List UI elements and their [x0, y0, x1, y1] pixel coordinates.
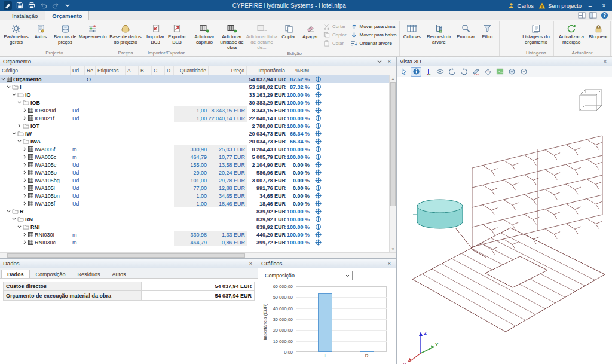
scrollbar-thumb[interactable] — [7, 253, 245, 258]
apagar-button[interactable]: Apagar — [299, 21, 321, 50]
listagens-orcamento-button[interactable]: Listagens do orçamento — [520, 21, 552, 50]
user-account[interactable]: Carlos — [507, 1, 534, 10]
orbit-left-icon[interactable] — [446, 67, 457, 77]
bim-sync-icon[interactable] — [311, 215, 325, 223]
actualizar-medicao-button[interactable]: Actualizar a medição — [555, 21, 587, 50]
horizontal-scrollbar[interactable] — [0, 252, 396, 258]
bim-sync-icon[interactable] — [311, 75, 325, 83]
bim-sync-icon[interactable] — [311, 83, 325, 91]
save-icon[interactable] — [15, 1, 24, 10]
table-row[interactable]: IOB30 383,29 EUR100.00 % — [0, 99, 389, 106]
bim-sync-icon[interactable] — [311, 169, 325, 176]
col-quantidade[interactable]: Quantidade — [174, 66, 209, 75]
solid-view-icon[interactable] — [506, 67, 517, 77]
collapse-icon[interactable] — [375, 58, 383, 65]
table-row[interactable]: IWA20 034,73 EUR66.34 % — [0, 137, 389, 145]
bim-sync-icon[interactable] — [311, 114, 325, 122]
table-row[interactable]: R839,92 EUR100.00 % — [0, 207, 389, 215]
print-icon[interactable] — [27, 1, 36, 10]
help-icon[interactable]: ? — [599, 11, 609, 19]
eye-icon[interactable] — [434, 67, 445, 77]
bim-sync-icon[interactable] — [311, 106, 325, 114]
bim-sync-icon[interactable] — [311, 184, 325, 192]
tab-composicao[interactable]: Composição — [30, 270, 72, 278]
col-etiquetas[interactable]: Etiquetas — [96, 66, 126, 75]
adicionar-capitulo-button[interactable]: Adicionar capítulo — [191, 21, 218, 50]
table-row[interactable]: RNI839,92 EUR100.00 % — [0, 223, 389, 231]
bim-sync-icon[interactable] — [311, 200, 325, 207]
chart-type-dropdown[interactable]: Composição — [262, 271, 353, 280]
bim-sync-icon[interactable] — [311, 130, 325, 137]
axes-icon[interactable] — [423, 67, 433, 77]
project-status[interactable]: Sem projecto — [537, 1, 582, 10]
table-row[interactable]: OrçamentoO...54 037,94 EUR87.52 % — [0, 75, 389, 83]
col-resumo[interactable]: Re... — [85, 66, 96, 75]
parametros-gerais-button[interactable]: Parâmetros gerais — [2, 21, 30, 50]
bim-sync-icon[interactable] — [311, 223, 325, 231]
bim-sync-icon[interactable] — [311, 192, 325, 200]
close-icon[interactable]: × — [247, 260, 255, 267]
colunas-button[interactable]: Colunas — [401, 21, 423, 50]
tab-orcamento[interactable]: Orçamento — [45, 11, 89, 20]
col-ud[interactable]: Ud — [71, 66, 85, 75]
table-row[interactable]: RNI030cm464,790,86 EUR399,72 EUR100.00 % — [0, 238, 389, 246]
autos-button[interactable]: Autos — [30, 21, 51, 50]
bim-sync-icon[interactable] — [311, 91, 325, 99]
table-row[interactable]: I53 198,02 EUR87.32 % — [0, 83, 389, 91]
table-row[interactable]: IOB020dUd1,008 343,15 EUR8 343,15 EUR100… — [0, 106, 389, 114]
mapeamento-button[interactable]: Mapeamento — [79, 21, 106, 50]
workspace-icon[interactable] — [588, 11, 598, 19]
minimize-button[interactable]: – — [585, 1, 595, 10]
wireframe-view-icon[interactable] — [518, 67, 529, 77]
tab-autos[interactable]: Autos — [106, 270, 132, 278]
bim-sync-icon[interactable] — [311, 231, 325, 238]
exportar-bc3-button[interactable]: Exportar BC3 — [166, 21, 188, 50]
info-icon[interactable] — [411, 67, 421, 77]
table-row[interactable]: IWA105oUd29,0020,24 EUR586,96 EUR0.00 % — [0, 169, 389, 176]
close-icon[interactable]: × — [385, 58, 393, 65]
view-cube[interactable] — [580, 90, 602, 111]
section-plane-icon[interactable] — [470, 67, 481, 77]
table-row[interactable]: IWA005fm330,9825,03 EUR8 284,43 EUR100.0… — [0, 145, 389, 153]
table-row[interactable]: IOB021fUd1,0022 040,14 EUR22 040,14 EUR1… — [0, 114, 389, 122]
panels-layout-icon[interactable] — [577, 11, 586, 19]
tab-residuos[interactable]: Resíduos — [72, 270, 106, 278]
table-row[interactable]: IW20 034,73 EUR66.34 % — [0, 130, 389, 137]
table-row[interactable]: RNI030fm330,981,33 EUR440,20 EUR100.00 % — [0, 231, 389, 238]
table-row[interactable]: IWA105lUd77,0012,88 EUR991,76 EUR0.00 % — [0, 184, 389, 192]
table-row[interactable]: IWA105fUd1,0018,46 EUR18,46 EUR0.00 % — [0, 200, 389, 207]
col-codigo[interactable]: Código — [0, 66, 71, 75]
procurar-button[interactable]: Procurar — [455, 21, 476, 50]
table-row[interactable]: IWA105cUd155,0013,58 EUR2 104,90 EUR0.00… — [0, 161, 389, 169]
table-row[interactable]: IWA105bgUd101,0029,78 EUR3 007,78 EUR0.0… — [0, 176, 389, 184]
table-row[interactable]: RN839,92 EUR100.00 % — [0, 215, 389, 223]
mover-baixo-button[interactable]: Mover para baixo — [350, 31, 397, 39]
bim-sync-icon[interactable] — [311, 176, 325, 184]
bim-sync-icon[interactable] — [311, 153, 325, 161]
orbit-right-icon[interactable] — [458, 67, 469, 77]
close-button[interactable]: × — [599, 1, 609, 10]
filtro-button[interactable]: Filtro — [476, 21, 498, 50]
col-preco[interactable]: Preço — [209, 66, 247, 75]
bim-sync-icon[interactable] — [311, 161, 325, 169]
col-d[interactable]: D — [165, 66, 174, 75]
col-a[interactable]: A — [126, 66, 139, 75]
table-row[interactable]: IWA005cm464,7910,77 EUR5 005,79 EUR100.0… — [0, 153, 389, 161]
scrollbar-thumb[interactable] — [390, 82, 396, 206]
col-c[interactable]: C — [152, 66, 165, 75]
vista3d-viewport[interactable]: Z X Y — [397, 77, 612, 364]
close-icon[interactable]: × — [601, 58, 609, 65]
importar-bc3-button[interactable]: Importar BC3 — [145, 21, 166, 50]
bloquear-button[interactable]: Bloquear — [587, 21, 609, 50]
customize-caret-icon[interactable] — [63, 1, 72, 10]
col-bim[interactable]: %BIM — [287, 66, 311, 75]
close-icon[interactable]: × — [385, 260, 393, 267]
vertical-scrollbar[interactable]: ▲ ▼ — [389, 75, 396, 252]
mover-cima-button[interactable]: Mover para cima — [350, 23, 397, 30]
table-row[interactable]: IOT2 780,00 EUR100.00 % — [0, 122, 389, 130]
bancos-precos-button[interactable]: Bancos de preços — [51, 21, 79, 50]
tab-dados[interactable]: Dados — [1, 270, 30, 278]
snapshot-icon[interactable] — [494, 67, 505, 77]
col-b[interactable]: B — [139, 66, 152, 75]
copiar-button[interactable]: Copiar — [278, 21, 299, 50]
